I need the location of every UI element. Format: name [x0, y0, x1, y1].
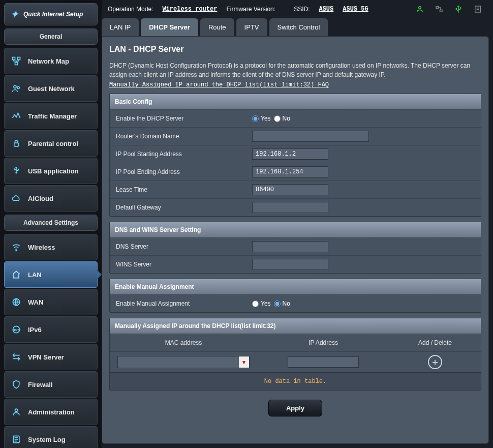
manual-enable-yes[interactable]: Yes — [252, 300, 271, 307]
assigned-ip-block: Manually Assigned IP around the DHCP lis… — [109, 318, 481, 391]
mac-address-select[interactable]: ▼ — [117, 356, 250, 368]
svg-point-4 — [17, 86, 19, 88]
lease-time-label: Lease Time — [110, 181, 247, 198]
nav-firewall[interactable]: Firewall — [4, 371, 98, 398]
pool-end-label: IP Pool Ending Address — [110, 163, 247, 181]
manual-assignment-block: Enable Manual Assignment Enable Manual A… — [109, 279, 481, 313]
nav-aicloud[interactable]: AiCloud — [4, 185, 98, 212]
tab-route[interactable]: Route — [200, 18, 234, 36]
enable-dhcp-yes[interactable]: Yes — [252, 115, 271, 122]
apply-row: Apply — [109, 396, 481, 416]
nav-wireless[interactable]: Wireless — [4, 234, 98, 260]
usb-application-icon — [11, 165, 22, 176]
ssid-label: SSID: — [294, 6, 310, 13]
nav-label: Parental control — [28, 140, 78, 147]
usb-status-icon[interactable] — [453, 4, 464, 14]
tab-switch-control[interactable]: Switch Control — [269, 18, 328, 36]
reboot-icon[interactable] — [473, 4, 483, 14]
nav-traffic-manager[interactable]: Traffic Manager — [4, 103, 98, 129]
nav-vpn-server[interactable]: VPN Server — [4, 344, 98, 370]
nav-label: WAN — [28, 298, 43, 306]
svg-rect-0 — [13, 57, 15, 60]
wins-server-label: WINS Server — [110, 256, 247, 273]
page-title: LAN - DHCP Server — [109, 45, 481, 54]
client-status-icon[interactable] — [415, 4, 425, 14]
ssid-value-2[interactable]: ASUS_5G — [343, 6, 368, 13]
enable-dhcp-radio-group: Yes No — [252, 115, 290, 122]
pool-start-label: IP Pool Starting Address — [110, 145, 247, 163]
assigned-table-head: MAC address IP Address Add / Delete — [110, 334, 481, 351]
content-panel: LAN - DHCP Server DHCP (Dynamic Host Con… — [102, 36, 489, 444]
aicloud-icon — [11, 193, 22, 204]
col-action: Add / Delete — [389, 334, 481, 351]
nav-label: Traffic Manager — [28, 112, 77, 120]
dns-server-label: DNS Server — [110, 238, 247, 255]
nav-guest-network[interactable]: Guest Network — [4, 75, 98, 102]
nav-label: System Log — [28, 436, 66, 443]
topbar: Operation Mode: Wireless router Firmware… — [102, 0, 489, 18]
chevron-down-icon: ▼ — [241, 360, 246, 365]
ssid-value-1[interactable]: ASUS — [319, 6, 333, 13]
basic-config-header: Basic Config — [110, 94, 481, 109]
advanced-section-title: Advanced Settings — [4, 215, 98, 231]
basic-config-block: Basic Config Enable the DHCP Server Yes … — [109, 94, 481, 217]
domain-name-label: Router's Domain Name — [110, 128, 247, 145]
mac-dropdown-button[interactable]: ▼ — [239, 356, 249, 368]
network-status-icon[interactable] — [434, 4, 444, 14]
main: Operation Mode: Wireless router Firmware… — [102, 0, 493, 448]
svg-point-6 — [16, 250, 17, 251]
vpn-icon — [11, 351, 22, 363]
dns-wins-block: DNS and WINS Server Setting DNS Server W… — [109, 222, 481, 274]
quick-internet-setup-button[interactable]: ✦ Quick Internet Setup — [4, 3, 98, 25]
mac-address-input[interactable] — [118, 356, 239, 368]
nav-usb-application[interactable]: USB application — [4, 158, 98, 184]
nav-ipv6[interactable]: IPv6 IPv6 — [4, 316, 98, 343]
domain-name-input[interactable] — [252, 131, 369, 142]
dns-wins-header: DNS and WINS Server Setting — [110, 222, 481, 237]
add-entry-button[interactable]: ＋ — [428, 355, 442, 369]
apply-button[interactable]: Apply — [268, 400, 322, 416]
quick-setup-label: Quick Internet Setup — [23, 11, 83, 18]
ip-address-input[interactable] — [288, 356, 359, 368]
tabs: LAN IP DHCP Server Route IPTV Switch Con… — [102, 18, 489, 36]
nav-administration[interactable]: Administration — [4, 399, 98, 425]
advanced-nav-list: Wireless LAN WAN IPv6 IPv6 VPN Server Fi… — [4, 234, 98, 448]
manual-enable-no[interactable]: No — [274, 300, 290, 307]
general-section-title: General — [4, 28, 98, 45]
assigned-input-row: ▼ ＋ — [110, 351, 481, 372]
nav-label: Wireless — [28, 244, 55, 251]
nav-label: LAN — [28, 271, 42, 279]
nav-label: Administration — [28, 408, 75, 416]
lease-time-input[interactable] — [252, 184, 328, 195]
manual-enable-radio-group: Yes No — [252, 300, 290, 307]
pool-start-input[interactable] — [252, 148, 328, 160]
pool-end-input[interactable] — [252, 166, 328, 177]
op-mode-value[interactable]: Wireless router — [162, 6, 217, 13]
nav-label: Guest Network — [28, 85, 75, 93]
wins-server-input[interactable] — [252, 259, 328, 270]
nav-label: Firewall — [28, 381, 52, 389]
traffic-manager-icon — [11, 110, 22, 122]
default-gateway-input[interactable] — [252, 202, 328, 213]
nav-label: IPv6 — [28, 326, 42, 334]
dns-server-input[interactable] — [252, 241, 328, 252]
svg-rect-13 — [436, 7, 439, 9]
wan-icon — [11, 296, 22, 308]
nav-network-map[interactable]: Network Map — [4, 48, 98, 74]
col-ip: IP Address — [257, 334, 389, 351]
tab-dhcp-server[interactable]: DHCP Server — [141, 18, 198, 36]
system-log-icon — [11, 434, 22, 445]
tab-lan-ip[interactable]: LAN IP — [102, 18, 139, 36]
nav-wan[interactable]: WAN — [4, 289, 98, 315]
enable-dhcp-no[interactable]: No — [274, 115, 290, 122]
manual-enable-label: Enable Manual Assignment — [110, 295, 247, 312]
op-mode-label: Operation Mode: — [108, 6, 153, 13]
svg-point-3 — [14, 85, 16, 88]
nav-system-log[interactable]: System Log — [4, 426, 98, 448]
tab-iptv[interactable]: IPTV — [236, 18, 267, 36]
nav-parental-control[interactable]: Parental control — [4, 130, 98, 157]
assigned-empty-row: No data in table. — [110, 372, 481, 390]
nav-label: USB application — [28, 167, 79, 175]
faq-link[interactable]: Manually Assigned IP around the DHCP lis… — [109, 81, 329, 88]
nav-lan[interactable]: LAN — [4, 261, 98, 288]
